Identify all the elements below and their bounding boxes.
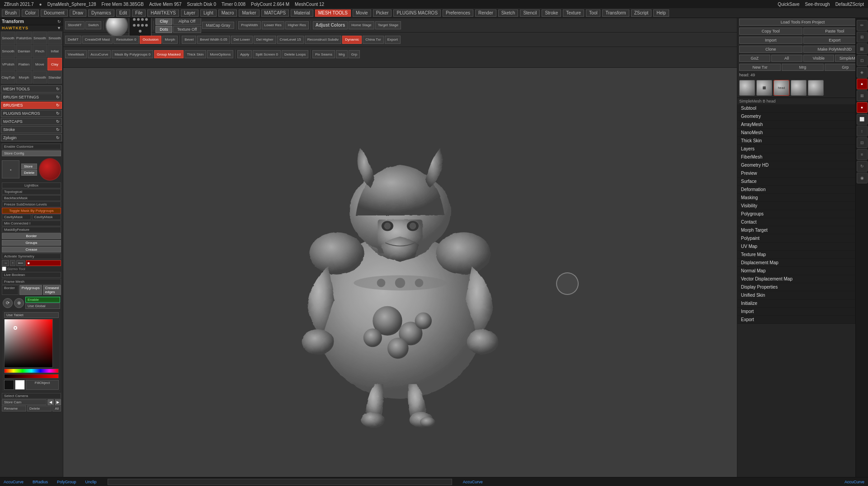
thumb-cylinder[interactable]: ⬛ (756, 80, 772, 96)
icon-frame[interactable]: ⬜ (857, 114, 868, 125)
polygroups-header[interactable]: Polygroups ▶ (737, 210, 868, 218)
split-screen-btn[interactable]: Split Screen 0 (253, 50, 281, 58)
alpha-off-btn[interactable]: Alpha Off (173, 18, 201, 25)
mask-by-feature-btn[interactable]: MaskByFeature (2, 227, 61, 233)
icon-solo[interactable]: ◉ (857, 173, 868, 183)
import-btn[interactable]: Import (739, 37, 802, 44)
brush-smooth4[interactable]: Smooth (1, 45, 15, 57)
store-config-btn[interactable]: Store Config (2, 150, 61, 156)
visibility-header[interactable]: Visibility ▶ (737, 202, 868, 210)
masking-header[interactable]: Masking ▶ (737, 194, 868, 201)
initialize-header[interactable]: Initialize ▶ (737, 299, 868, 307)
menu-mesh-tools[interactable]: MESH TOOLS (315, 9, 351, 17)
freeze-subdiv-btn[interactable]: Freeze SubDivision Levels (2, 201, 61, 207)
border-mask-btn[interactable]: Border (2, 233, 61, 239)
menu-draw[interactable]: Draw (70, 9, 86, 17)
accu-curve-btn[interactable]: AccuCurve (88, 50, 111, 58)
gizmo-move-icon[interactable]: ⊕ (14, 298, 24, 308)
menu-edit[interactable]: Edit (116, 9, 130, 17)
menu-color[interactable]: Color (22, 9, 39, 17)
brush-vpolish[interactable]: VPolish (1, 58, 15, 70)
cavity-mask-btn[interactable]: CavityMask (2, 214, 31, 220)
menu-layer[interactable]: Layer (181, 9, 198, 17)
icon-size[interactable]: ⊠ (857, 90, 868, 101)
surface-header[interactable]: Surface ▶ (737, 178, 868, 185)
live-boolean-btn[interactable]: Live Boolean (2, 272, 61, 278)
unified-skin-header[interactable]: Unified Skin ▶ (737, 291, 868, 299)
plugins-macros-label[interactable]: PLUGINS MACROS ↻ (1, 110, 62, 117)
cavity-mask2-btn[interactable]: CavityMask (32, 214, 61, 220)
subtool-header[interactable]: Subtool ▶ (737, 104, 868, 112)
geometry-hd-header[interactable]: Geometry HD ▶ (737, 161, 868, 169)
crease-mask-btn[interactable]: Crease (2, 247, 61, 252)
morph-target-header[interactable]: Morph Target ▶ (737, 226, 868, 234)
menu-material[interactable]: Material (291, 9, 313, 17)
del-mt-btn[interactable]: DelMT (65, 36, 81, 44)
stroke-label[interactable]: Stroke ↻ (1, 126, 62, 133)
use-global-btn[interactable]: Use Global (25, 303, 60, 309)
del-higher-btn[interactable]: Del Higher (254, 36, 276, 44)
color-picker-gradient[interactable] (4, 319, 53, 368)
load-tools-project-btn[interactable]: Load Tools From Project (739, 19, 866, 26)
hawtkeys-section[interactable]: HAWTKEYS ▼ (0, 25, 63, 31)
sym-checkbox[interactable] (2, 266, 6, 271)
brush-inflat[interactable]: Inflat (47, 45, 62, 57)
mrg-btn2[interactable]: Mrg (782, 64, 823, 71)
group-masked-btn[interactable]: Group Masked (154, 50, 183, 58)
menu-file[interactable]: File (132, 9, 146, 17)
transform-label[interactable]: Transform (2, 19, 24, 24)
displacement-map-header[interactable]: Displacement Map ▶ (737, 259, 868, 266)
brush-smooth5[interactable]: Smooth (33, 71, 47, 84)
icon-move[interactable]: ↕ (857, 126, 868, 136)
resolution-btn[interactable]: Resolution 0 (113, 36, 139, 44)
adjust-colors-btn[interactable]: Adjust Colors (313, 21, 348, 29)
menu-macro[interactable]: Macro (218, 9, 237, 17)
normal-map-header[interactable]: Normal Map ▶ (737, 267, 868, 275)
brush-smooth2[interactable]: Smooth (33, 32, 47, 44)
export-header[interactable]: Export ▶ (737, 316, 868, 323)
import-header[interactable]: Import ▶ (737, 308, 868, 315)
enable-gizmo-btn[interactable]: Enable (25, 297, 60, 303)
export-txr-btn[interactable]: Export (385, 36, 401, 44)
backface-mask-btn[interactable]: BackfaceMask (2, 195, 61, 201)
icon-red2[interactable]: ● (857, 102, 868, 113)
delete-btn[interactable]: Delete (21, 170, 37, 176)
arraymesh-header[interactable]: ArrayMesh ▶ (737, 121, 868, 128)
menu-hawtkeys[interactable]: HAWTKEYS (147, 9, 179, 17)
menu-render[interactable]: Render (475, 9, 496, 17)
menu-zscript[interactable]: ZScript (631, 9, 652, 17)
lightbox-btn[interactable]: LightBox (2, 182, 61, 188)
preview-header[interactable]: Preview ▶ (737, 169, 868, 177)
prop-width-btn[interactable]: PropWidth (238, 21, 260, 29)
grp-btn[interactable]: Grp (349, 50, 360, 58)
brush-smooth3[interactable]: Smooth (47, 32, 62, 44)
higher-res-btn[interactable]: Higher Res (285, 21, 309, 29)
status-accu-curve-3[interactable]: AccuCurve (844, 480, 864, 484)
sat-slider[interactable] (4, 374, 59, 379)
thumb-blob[interactable] (791, 80, 807, 96)
enable-customize-btn[interactable]: Enable Customize (2, 144, 61, 150)
canvas-area[interactable] (63, 68, 737, 477)
home-stage-btn[interactable]: Home Stage (349, 21, 374, 29)
brush-morph[interactable]: Morph (16, 71, 32, 84)
see-through-btn[interactable]: See-through (803, 1, 832, 7)
sym-z-btn[interactable]: ⟵ (16, 260, 25, 266)
brush-smooth[interactable]: Smooth (1, 32, 15, 44)
brush-clay[interactable]: Clay (47, 58, 62, 70)
delete-loops-btn[interactable]: Delete Loops (282, 50, 308, 58)
icon-actual[interactable]: ⊞ (857, 32, 868, 42)
store-cam-btn[interactable]: Store Cam (2, 399, 47, 405)
menu-texture[interactable]: Texture (563, 9, 584, 17)
uv-map-header[interactable]: UV Map ▶ (737, 243, 868, 250)
menu-matcaps[interactable]: MATCAPS (261, 9, 289, 17)
menu-document[interactable]: Document (41, 9, 68, 17)
groups-mask-btn[interactable]: Groups (2, 240, 61, 246)
matcaps-label[interactable]: MATCAPS ↻ (1, 118, 62, 125)
switch-btn[interactable]: Switch (85, 21, 102, 29)
icon-sculpt[interactable]: ✏ (857, 20, 868, 31)
menu-transform[interactable]: Transform (602, 9, 629, 17)
visible-btn[interactable]: Visible (803, 55, 835, 62)
default-zscript-btn[interactable]: DefaultZScript (833, 1, 866, 7)
lower-res-btn[interactable]: Lower Res (262, 21, 284, 29)
icon-scdl[interactable]: ◈ (857, 67, 868, 78)
